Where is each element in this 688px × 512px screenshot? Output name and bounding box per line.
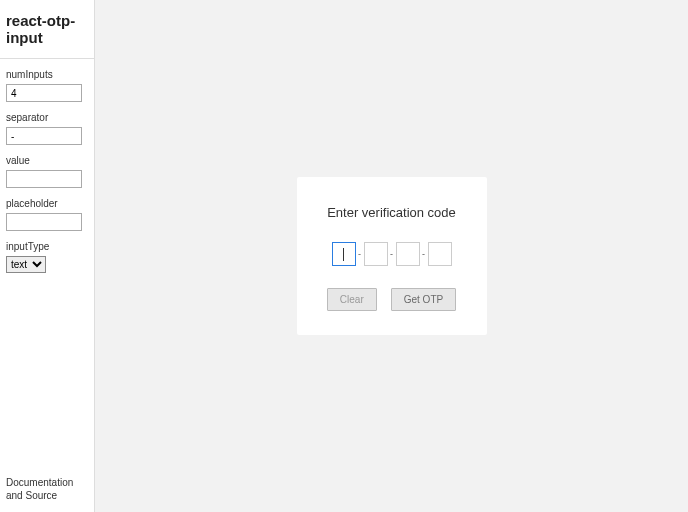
numinputs-label: numInputs xyxy=(6,69,88,80)
clear-button[interactable]: Clear xyxy=(327,288,377,311)
app-container: react-otp-input numInputs separator valu… xyxy=(0,0,688,512)
placeholder-input[interactable] xyxy=(6,213,82,231)
field-numinputs: numInputs xyxy=(6,69,88,102)
card-title: Enter verification code xyxy=(317,205,467,220)
sidebar-footer: Documentation and Source xyxy=(0,468,94,512)
sidebar-title: react-otp-input xyxy=(0,0,94,59)
otp-input-2[interactable] xyxy=(364,242,388,266)
get-otp-button[interactable]: Get OTP xyxy=(391,288,456,311)
field-placeholder: placeholder xyxy=(6,198,88,231)
inputtype-select[interactable]: text xyxy=(6,256,46,273)
inputtype-label: inputType xyxy=(6,241,88,252)
sidebar-body: numInputs separator value placeholder in… xyxy=(0,59,94,468)
field-separator: separator xyxy=(6,112,88,145)
otp-input-row: - - - xyxy=(317,242,467,266)
value-label: value xyxy=(6,155,88,166)
field-inputtype: inputType text xyxy=(6,241,88,273)
otp-input-3[interactable] xyxy=(396,242,420,266)
main-area: Enter verification code - - - Clear Get … xyxy=(95,0,688,512)
value-input[interactable] xyxy=(6,170,82,188)
field-value: value xyxy=(6,155,88,188)
numinputs-input[interactable] xyxy=(6,84,82,102)
placeholder-label: placeholder xyxy=(6,198,88,209)
otp-input-4[interactable] xyxy=(428,242,452,266)
otp-card: Enter verification code - - - Clear Get … xyxy=(297,177,487,335)
text-cursor xyxy=(343,248,344,261)
sidebar: react-otp-input numInputs separator valu… xyxy=(0,0,95,512)
button-row: Clear Get OTP xyxy=(317,288,467,311)
separator-input[interactable] xyxy=(6,127,82,145)
otp-input-1[interactable] xyxy=(332,242,356,266)
otp-separator: - xyxy=(420,249,428,259)
documentation-link[interactable]: Documentation and Source xyxy=(6,477,73,501)
separator-label: separator xyxy=(6,112,88,123)
otp-separator: - xyxy=(388,249,396,259)
otp-separator: - xyxy=(356,249,364,259)
